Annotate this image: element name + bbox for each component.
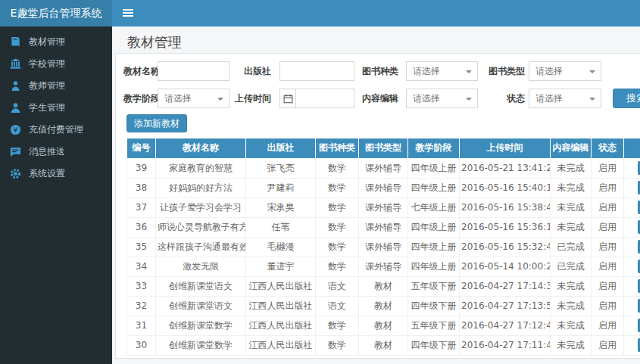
content-editor-label: 内容编辑 — [339, 89, 398, 108]
add-material-button[interactable]: 添加新教材 — [126, 114, 187, 132]
table-row: 34 激发无限 董进宇 数学 课外辅导 四年级上册 2016-05-14 10:… — [127, 257, 640, 276]
calendar-icon — [283, 94, 293, 104]
cell-actions — [624, 198, 640, 217]
header-status: 状态 — [592, 138, 624, 158]
materials-table: 编号 教材名称 出版社 图书种类 图书类型 教学阶段 上传时间 内容编辑 状态 … — [126, 138, 640, 356]
cell-category: 语文 — [316, 296, 359, 316]
recharge-icon: ¥ — [10, 124, 21, 135]
cell-stage: 四年级上册 — [408, 178, 460, 198]
cell-type: 教材 — [359, 335, 408, 355]
table-row: 37 让孩子爱学习会学习 宋承昊 数学 课外辅导 七年级上册 2016-05-1… — [127, 198, 640, 217]
cell-status: 启用 — [592, 178, 624, 198]
cell-type: 课外辅导 — [359, 198, 408, 217]
cell-status: 启用 — [592, 257, 624, 276]
cell-uploaded: 2016-05-16 15:36:11 — [460, 217, 551, 237]
sidebar-item-students[interactable]: 学生管理 — [0, 97, 112, 119]
cell-publisher: 江西人民出版社 — [246, 316, 316, 335]
cell-status: 启用 — [592, 158, 624, 178]
table-body: 39 家庭教育的智慧 张飞亮 数学 课外辅导 四年级上册 2016-05-21 … — [127, 158, 640, 355]
header-stage: 教学阶段 — [408, 138, 460, 158]
cell-publisher: 任苇 — [246, 217, 316, 237]
cell-uploaded: 2016-05-16 15:38:48 — [460, 198, 551, 217]
content-panel: 教材名称 出版社 图书种类 请选择 图书类型 请选择 教学阶段 请选择 上传时间… — [115, 53, 640, 359]
book-icon — [10, 36, 21, 48]
sidebar-item-label: 充值付费管理 — [29, 119, 112, 141]
header-editor: 内容编辑 — [551, 138, 592, 158]
cell-type: 课外辅导 — [359, 178, 408, 198]
cell-stage: 七年级上册 — [408, 198, 460, 217]
cell-id: 39 — [127, 158, 156, 178]
cell-uploaded: 2016-04-27 17:11:46 — [460, 335, 551, 355]
cell-actions — [624, 217, 640, 237]
sidebar-item-materials[interactable]: 教材管理 — [0, 31, 112, 53]
cell-uploaded: 2016-04-27 17:14:34 — [460, 276, 551, 296]
teaching-stage-select[interactable]: 请选择 — [158, 89, 229, 108]
cell-name: 让孩子爱学习会学习 — [156, 198, 246, 217]
selected-value: 请选择 — [413, 93, 440, 104]
sidebar-item-label: 教师管理 — [29, 75, 112, 97]
institution-icon — [10, 58, 21, 70]
cell-publisher: 董进宇 — [246, 257, 316, 276]
table-row: 35 这样跟孩子沟通最有效 毛樾漫 数学 课外辅导 四年级上册 2016-05-… — [127, 237, 640, 257]
cell-category: 数学 — [316, 257, 359, 276]
sidebar-item-messages[interactable]: 消息推送 — [0, 141, 112, 163]
sidebar-item-label: 消息推送 — [29, 141, 112, 163]
cell-actions — [624, 335, 640, 355]
cell-uploaded: 2016-05-21 13:41:21 — [460, 158, 551, 178]
cell-name: 创维新课堂数学 — [156, 316, 246, 335]
cell-status: 启用 — [592, 237, 624, 257]
sidebar-item-teachers[interactable]: 教师管理 — [0, 75, 112, 97]
cell-actions — [624, 316, 640, 335]
sidebar-toggle-button[interactable] — [112, 0, 144, 26]
book-type-label: 图书类型 — [464, 61, 525, 81]
chevron-down-icon — [217, 98, 223, 101]
status-label: 状态 — [464, 89, 525, 108]
cell-status: 启用 — [592, 316, 624, 335]
cell-publisher: 江西人民出版社 — [246, 276, 316, 296]
status-select[interactable]: 请选择 — [529, 89, 601, 108]
table-row: 30 创维新课堂数学 江西人民出版社 数学 教材 四年级下册 2016-04-2… — [127, 335, 640, 355]
table-row: 32 创维新课堂语文 江西人民出版社 语文 教材 四年级下册 2016-04-2… — [127, 296, 640, 316]
cell-category: 数学 — [316, 198, 359, 217]
table-row: 36 师说心灵导航教子有方 任苇 数学 课外辅导 四年级上册 2016-05-1… — [127, 217, 640, 237]
teacher-icon — [10, 80, 21, 92]
table-row: 39 家庭教育的智慧 张飞亮 数学 课外辅导 四年级上册 2016-05-21 … — [127, 158, 640, 178]
cell-uploaded: 2016-04-27 17:13:50 — [460, 296, 551, 316]
cell-category: 数学 — [316, 178, 359, 198]
sidebar-item-settings[interactable]: 系统设置 — [0, 163, 112, 185]
book-category-label: 图书种类 — [339, 61, 398, 81]
svg-text:¥: ¥ — [14, 126, 18, 134]
cell-name: 家庭教育的智慧 — [156, 158, 246, 178]
cell-id: 33 — [127, 276, 156, 296]
sidebar-item-schools[interactable]: 学校管理 — [0, 53, 112, 75]
material-name-label: 教材名称 — [123, 61, 158, 81]
cell-type: 课外辅导 — [359, 237, 408, 257]
cell-status: 启用 — [592, 217, 624, 237]
cell-id: 34 — [127, 257, 156, 276]
cell-id: 32 — [127, 296, 156, 316]
table-row: 31 创维新课堂数学 江西人民出版社 数学 教材 五年级下册 2016-04-2… — [127, 316, 640, 335]
cell-id: 30 — [127, 335, 156, 355]
cell-id: 31 — [127, 316, 156, 335]
cell-editor: 未完成 — [551, 198, 592, 217]
cell-editor: 未完成 — [551, 217, 592, 237]
sidebar-item-payments[interactable]: ¥ 充值付费管理 — [0, 119, 112, 141]
hamburger-icon — [123, 9, 133, 17]
cell-category: 数学 — [316, 316, 359, 335]
search-button[interactable]: 搜索 — [613, 89, 640, 108]
cell-editor: 已完成 — [551, 237, 592, 257]
cell-type: 课外辅导 — [359, 158, 408, 178]
date-picker-button[interactable] — [279, 89, 295, 108]
cell-type: 课外辅导 — [359, 217, 408, 237]
header-type: 图书类型 — [359, 138, 408, 158]
brand-title: E趣堂后台管理系统 — [0, 0, 112, 26]
cell-stage: 四年级上册 — [408, 237, 460, 257]
cell-id: 36 — [127, 217, 156, 237]
cell-editor: 未完成 — [551, 276, 592, 296]
material-name-input[interactable] — [158, 61, 229, 81]
book-type-select[interactable]: 请选择 — [529, 61, 601, 81]
cell-name: 激发无限 — [156, 257, 246, 276]
cell-id: 37 — [127, 198, 156, 217]
cell-status: 启用 — [592, 276, 624, 296]
table-row: 33 创维新课堂语文 江西人民出版社 语文 教材 五年级下册 2016-04-2… — [127, 276, 640, 296]
